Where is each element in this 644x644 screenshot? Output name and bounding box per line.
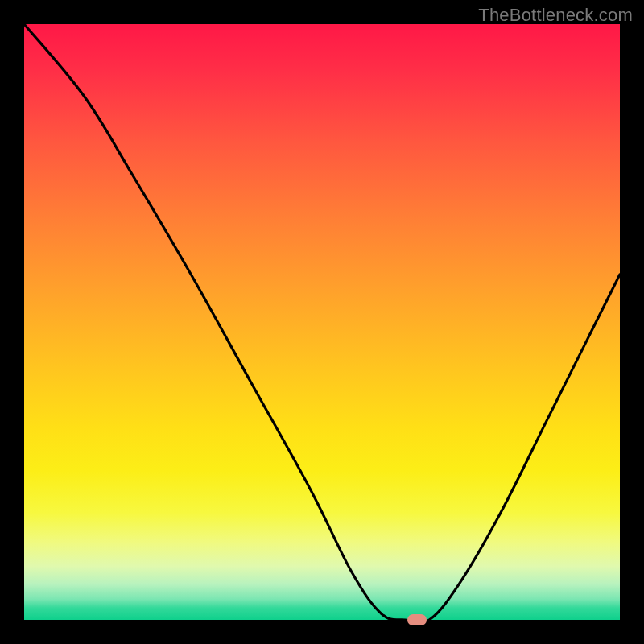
- plot-area: [24, 24, 620, 620]
- optimal-point-marker: [407, 614, 427, 625]
- watermark-text: TheBottleneck.com: [478, 5, 633, 26]
- bottleneck-curve-path: [24, 24, 620, 623]
- chart-svg: [24, 24, 620, 620]
